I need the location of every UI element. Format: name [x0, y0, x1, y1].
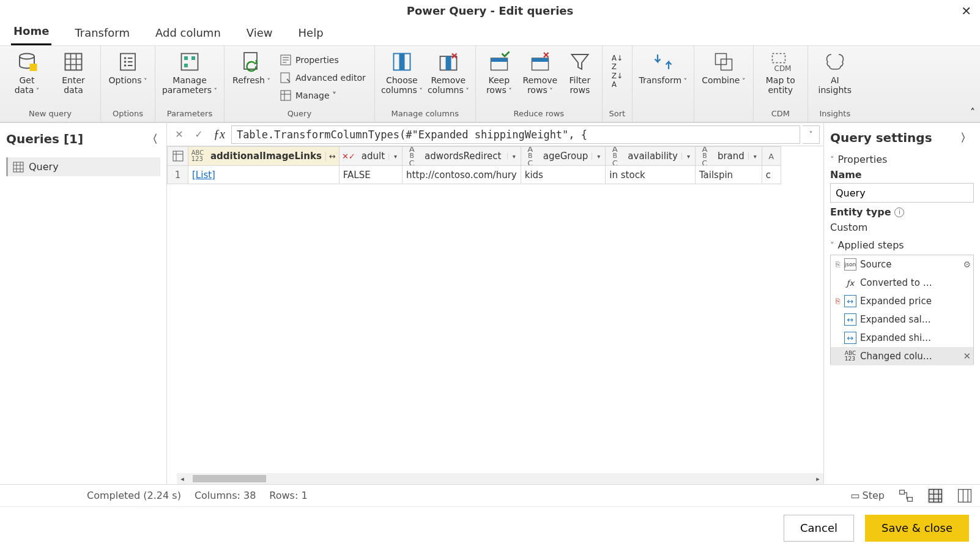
properties-label: Properties [295, 55, 339, 65]
tab-home[interactable]: Home [11, 20, 51, 45]
options-icon [117, 51, 139, 73]
table-row[interactable]: 1 [List] FALSE http://contoso.com/hury k… [168, 166, 781, 184]
group-cdm: CDM Map to entity CDM [754, 46, 808, 122]
filter-icon[interactable]: ▾ [748, 153, 762, 160]
get-data-button[interactable]: Get data [6, 50, 48, 95]
close-icon[interactable]: ✕ [961, 4, 971, 18]
column-header[interactable]: ✕✓adult▾ [339, 147, 402, 166]
cell[interactable]: c [762, 166, 781, 184]
parameters-icon [179, 51, 201, 73]
svg-rect-7 [182, 54, 198, 70]
step-item[interactable]: ⎘jsonSource⚙ [831, 255, 973, 274]
row-header-corner[interactable] [168, 147, 188, 166]
column-header-partial[interactable]: A [762, 147, 781, 166]
svg-rect-11 [244, 53, 257, 69]
step-item[interactable]: ↔Expanded shi… [831, 329, 973, 347]
column-header[interactable]: ABCavailability▾ [606, 147, 696, 166]
tab-transform[interactable]: Transform [72, 21, 132, 45]
query-item[interactable]: Query [6, 157, 160, 176]
collapse-settings-icon[interactable]: 〉 [958, 128, 974, 148]
cell[interactable]: Tailspin [695, 166, 762, 184]
step-item[interactable]: ƒxConverted to … [831, 274, 973, 292]
editor-area: ✕ ✓ ƒx Table.TransformColumnTypes(#"Expa… [167, 123, 823, 484]
group-label: Reduce rows [482, 109, 596, 121]
keep-rows-button[interactable]: Keep rows [482, 50, 516, 95]
filter-icon[interactable]: ▾ [507, 153, 521, 160]
filter-rows-button[interactable]: Filter rows [564, 50, 596, 95]
filter-icon[interactable]: ▾ [681, 153, 695, 160]
query-name-input[interactable] [830, 183, 974, 203]
status-completed: Completed (2.24 s) [87, 490, 181, 501]
advanced-editor-icon [280, 72, 292, 84]
data-grid[interactable]: ABC123additionalImageLinks↔ ✕✓adult▾ ABC… [167, 146, 823, 484]
column-header[interactable]: ABCbrand▾ [695, 147, 762, 166]
json-icon: json [844, 258, 856, 271]
cell[interactable]: [List] [188, 166, 340, 184]
delete-step-icon[interactable]: ✕ [963, 351, 971, 362]
diagram-view-icon[interactable] [898, 488, 914, 504]
properties-button[interactable]: Properties [277, 52, 368, 68]
remove-columns-button[interactable]: Remove columns [428, 50, 469, 95]
filter-icon[interactable]: ▾ [592, 153, 605, 160]
transform-button[interactable]: Transform [639, 50, 688, 86]
group-new-query: Get data Enter data New query [0, 46, 101, 122]
cancel-formula-icon[interactable]: ✕ [171, 126, 188, 143]
entity-type-value: Custom [830, 222, 974, 233]
cell[interactable]: kids [521, 166, 606, 184]
cell[interactable]: in stock [606, 166, 696, 184]
column-header[interactable]: ABCageGroup▾ [521, 147, 606, 166]
collapse-queries-icon[interactable]: 〈 [144, 129, 160, 149]
advanced-editor-button[interactable]: Advanced editor [277, 70, 368, 86]
scroll-left-icon[interactable]: ◂ [177, 473, 188, 484]
column-header[interactable]: ABCadwordsRedirect▾ [403, 147, 521, 166]
list-link[interactable]: [List] [192, 170, 215, 181]
commit-formula-icon[interactable]: ✓ [190, 126, 207, 143]
step-item[interactable]: ⎘↔Expanded price [831, 292, 973, 310]
map-to-entity-label: Map to entity [766, 75, 795, 95]
step-item[interactable]: ABC123Changed colu…✕ [831, 347, 973, 365]
tab-add-column[interactable]: Add column [153, 21, 223, 45]
column-header[interactable]: ABC123additionalImageLinks↔ [188, 147, 340, 166]
combine-button[interactable]: Combine [700, 50, 747, 86]
scroll-right-icon[interactable]: ▸ [812, 473, 823, 484]
info-icon[interactable]: i [894, 207, 904, 217]
svg-rect-31 [929, 489, 942, 502]
filter-icon[interactable]: ▾ [388, 153, 402, 160]
cancel-button[interactable]: Cancel [784, 515, 854, 542]
enter-data-button[interactable]: Enter data [53, 50, 94, 95]
horizontal-scrollbar[interactable]: ◂ ▸ [188, 473, 823, 484]
cell[interactable]: FALSE [339, 166, 402, 184]
choose-columns-button[interactable]: Choose columns [381, 50, 423, 95]
formula-dropdown-icon[interactable]: ˅ [803, 125, 820, 144]
options-button[interactable]: Options [107, 50, 149, 86]
status-bar: Completed (2.24 s) Columns: 38 Rows: 1 ▭… [0, 484, 980, 506]
grid-view-icon[interactable] [927, 488, 943, 504]
tab-help[interactable]: Help [296, 21, 326, 45]
formula-bar: ✕ ✓ ƒx Table.TransformColumnTypes(#"Expa… [167, 123, 823, 146]
window-title: Power Query - Edit queries [407, 4, 574, 17]
formula-input[interactable]: Table.TransformColumnTypes(#"Expanded sh… [231, 125, 800, 144]
sort-asc-button[interactable]: A↓Z [609, 54, 626, 70]
collapse-ribbon-icon[interactable]: ˄ [970, 106, 975, 118]
transform-label: Transform [639, 75, 687, 86]
remove-rows-label: Remove rows [522, 75, 557, 95]
expand-icon[interactable]: ↔ [325, 152, 339, 161]
map-to-entity-button[interactable]: CDM Map to entity [760, 50, 801, 95]
cell[interactable]: http://contoso.com/hury [403, 166, 521, 184]
column-view-icon[interactable] [957, 488, 973, 504]
tab-view[interactable]: View [244, 21, 275, 45]
scrollbar-thumb[interactable] [193, 475, 266, 482]
manage-parameters-button[interactable]: Manage parameters [161, 50, 218, 95]
refresh-button[interactable]: Refresh [231, 50, 272, 86]
manage-button[interactable]: Manage ˅ [277, 88, 368, 103]
gear-icon[interactable]: ⚙ [963, 260, 971, 269]
applied-steps-section[interactable]: Applied steps [830, 239, 974, 251]
svg-point-0 [20, 54, 34, 59]
step-item[interactable]: ↔Expanded sal… [831, 310, 973, 329]
step-view-icon[interactable]: ▭ Step [850, 488, 885, 504]
properties-section[interactable]: Properties [830, 154, 974, 165]
save-and-close-button[interactable]: Save & close [865, 515, 969, 542]
ai-insights-button[interactable]: AI insights [814, 50, 856, 95]
remove-rows-button[interactable]: Remove rows [521, 50, 559, 95]
sort-desc-button[interactable]: Z↓A [609, 72, 626, 88]
